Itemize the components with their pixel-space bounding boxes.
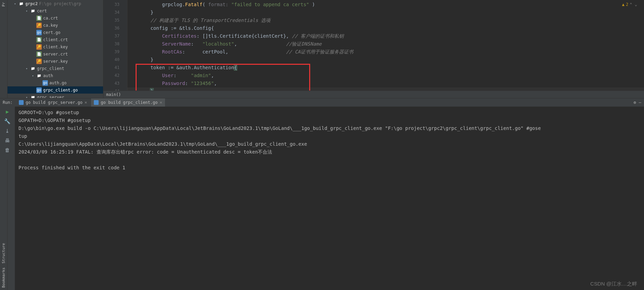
warning-count: 2 [626,2,628,7]
tree-label: auth [43,73,53,78]
tree-row[interactable]: 📄ca.crt [8,14,103,22]
chevron-icon[interactable]: ▾ [25,67,29,70]
tree-row[interactable]: goauth.go [8,79,103,86]
go-icon [19,100,24,105]
tree-root-label: grpc2 [25,1,38,6]
go-icon [94,100,99,105]
key-file-icon: 🔑 [36,23,42,28]
folder-icon [18,1,24,7]
warning-icon: ▲ [622,2,624,7]
run-tabs: go build grpc_server.go×go build grpc_cl… [16,98,165,107]
code-line[interactable]: config := &tls.Config{ [127,24,644,32]
tree-row[interactable]: 🔑server.key [8,58,103,65]
run-panel: Run: go build grpc_server.go×go build gr… [0,98,644,290]
code-area[interactable]: 33343536373839404142434445464748495051 g… [103,0,644,90]
code-line[interactable]: } [127,9,644,16]
editor: 33343536373839404142434445464748495051 g… [103,0,644,98]
structure-tool-tab[interactable]: Structure [1,241,6,266]
code-line[interactable]: RootCAs: certPool, // CA证书用于验证服务器证书 [127,48,644,56]
tree-label: client.key [43,45,68,49]
code-line[interactable]: // 构建基于 TLS 的 TransportCredentials 选项 [127,16,644,24]
tree-row[interactable]: ▾grpc_client [8,65,103,72]
tree-row[interactable]: 📄server.crt [8,50,103,58]
chevron-icon[interactable]: ▾ [31,74,35,77]
tree-row[interactable]: ▾cert [8,7,103,14]
print-icon[interactable]: 🖶 [5,137,10,144]
tree-row[interactable]: ▾auth [8,72,103,79]
key-file-icon: 🔑 [36,59,42,64]
tree-label: client.crt [43,37,68,42]
run-tab[interactable]: go build grpc_client.go× [91,98,165,107]
close-icon[interactable]: × [85,100,87,105]
tree-root[interactable]: ▾ grpc2 F:\go project\grp [8,0,103,7]
tree-label: ca.crt [43,16,58,21]
tree-label: auth.go [49,81,67,85]
tree-row[interactable]: 📄client.crt [8,36,103,43]
go-file-icon: go [36,87,42,93]
scroll-icon[interactable]: ⤓ [5,128,10,134]
breadcrumbs[interactable]: main() [103,90,644,98]
run-header: Run: go build grpc_server.go×go build gr… [0,98,644,107]
gutter: 33343536373839404142434445464748495051 [103,0,127,90]
tree-row[interactable]: 🔑client.key [8,43,103,50]
code-line[interactable]: grpclog.Fatalf( format: "failed to appen… [127,1,644,9]
tree-label: cert [37,9,47,13]
code-line[interactable]: Certificates: []tls.Certificate{clientCe… [127,32,644,40]
key-file-icon: 🔑 [36,44,42,50]
left-tool-strip: Pr [0,0,8,98]
close-icon[interactable]: × [160,100,162,105]
cert-file-icon: 📄 [36,51,42,57]
watermark: CSDN @江水…之畔 [590,281,637,287]
tree-label: server.crt [43,52,68,57]
tree-label: ca.key [43,23,58,28]
chevron-icon[interactable]: ▾ [25,9,29,13]
run-tab-label: go build grpc_server.go [26,100,83,105]
run-label: Run: [3,100,13,105]
code-text[interactable]: grpclog.Fatalf( format: "failed to appen… [127,0,644,90]
breadcrumb-item[interactable]: main() [106,92,121,97]
inspection-badge[interactable]: ▲ 2 ⌃ ⌄ [622,2,637,7]
chevron-icon: ⌃ ⌄ [630,2,637,7]
code-line[interactable]: ServerName: "localhost", //验证DNSName [127,40,644,48]
go-file-icon: go [42,80,48,86]
chevron-down-icon[interactable]: ▾ [13,2,17,5]
tree-row[interactable]: ▾grpc_server [8,94,103,98]
console-output[interactable]: GOROOT=D:\go #gosetup GOPATH=D:\GOPATH #… [15,107,644,290]
left-bottom-tool-strip: Bookmarks Structure [0,160,8,290]
folder-icon [30,66,36,71]
folder-icon [36,73,42,78]
cert-file-icon: 📄 [36,15,42,21]
tree-row[interactable]: gogrpc_client.go [8,86,103,94]
code-line[interactable]: } [127,56,644,64]
trash-icon[interactable]: 🗑 [5,147,10,153]
code-line[interactable]: token := &auth.Authentication{ [127,64,644,72]
go-file-icon: go [36,30,42,35]
tree-label: grpc_server [37,95,64,98]
tree-label: grpc_client.go [43,88,78,93]
project-tool-tab[interactable]: Pr [1,0,6,9]
project-tree[interactable]: ▾ grpc2 F:\go project\grp ▾cert📄ca.crt🔑c… [8,0,103,98]
gear-icon[interactable]: ⚙ [634,100,636,105]
code-line[interactable]: Password: "123456", [127,80,644,87]
tree-row[interactable]: 🔑ca.key [8,22,103,29]
tree-label: cert.go [43,30,61,35]
tree-label: server.key [43,59,68,64]
code-line[interactable]: } [127,87,644,90]
code-line[interactable]: User: "admin", [127,72,644,80]
cert-file-icon: 📄 [36,37,42,43]
run-tab-label: go build grpc_client.go [101,100,157,105]
tree-root-hint: F:\go project\grp [39,1,81,6]
bookmarks-tool-tab[interactable]: Bookmarks [1,265,6,290]
rerun-icon[interactable]: ▶ [6,109,9,115]
folder-icon [30,8,36,14]
wrench-icon[interactable]: 🔧 [4,118,11,124]
folder-icon [30,95,36,98]
tree-row[interactable]: gocert.go [8,29,103,36]
run-tab[interactable]: go build grpc_server.go× [16,98,90,107]
chevron-icon[interactable]: ▾ [25,96,29,98]
tree-label: grpc_client [37,66,64,71]
minimize-icon[interactable]: — [639,100,641,105]
